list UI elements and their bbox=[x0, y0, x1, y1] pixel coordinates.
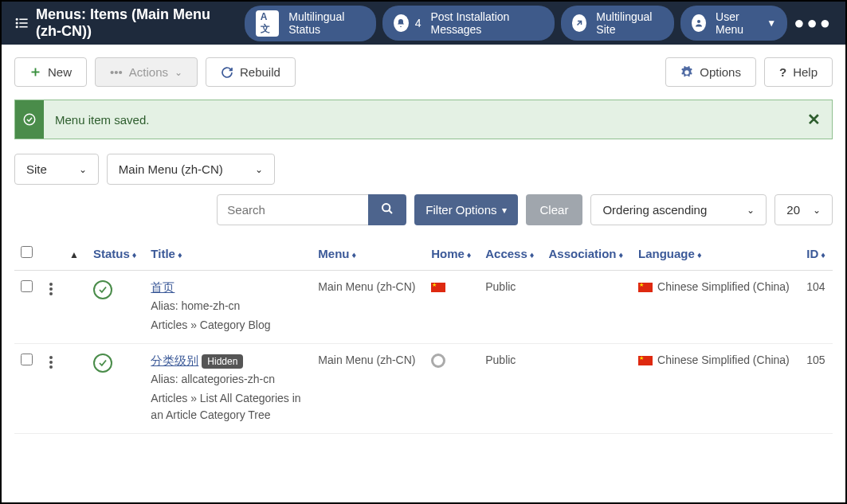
search-input[interactable] bbox=[217, 194, 376, 225]
rebuild-button[interactable]: Rebuild bbox=[206, 57, 296, 87]
post-install-messages-button[interactable]: 4 Post Installation Messages bbox=[382, 6, 555, 41]
row-actions-button[interactable] bbox=[45, 354, 57, 369]
search-button[interactable] bbox=[368, 194, 406, 225]
sort-icon: ♦ bbox=[352, 250, 357, 260]
item-title-link[interactable]: 分类级别 bbox=[151, 354, 198, 367]
svg-point-6 bbox=[697, 20, 700, 23]
dots-icon: ••• bbox=[110, 65, 123, 79]
status-published-icon[interactable] bbox=[93, 354, 112, 373]
item-id: 104 bbox=[800, 271, 833, 344]
hidden-badge: Hidden bbox=[202, 354, 243, 369]
col-id[interactable]: ID♦ bbox=[800, 236, 833, 271]
multilingual-site-label: Multilingual Site bbox=[593, 10, 663, 36]
sort-icon: ♦ bbox=[697, 250, 702, 260]
svg-point-3 bbox=[16, 18, 18, 20]
chevron-down-icon: ⌄ bbox=[813, 205, 821, 216]
flag-cn-icon[interactable] bbox=[431, 283, 445, 292]
translate-icon: A文 bbox=[256, 10, 279, 37]
caret-down-icon: ▾ bbox=[502, 205, 507, 216]
help-button[interactable]: ? Help bbox=[764, 57, 833, 87]
multilingual-status-label: Multilingual Status bbox=[285, 10, 365, 36]
svg-point-9 bbox=[24, 114, 35, 125]
header-bar: Menus: Items (Main Menu (zh-CN)) A文 Mult… bbox=[2, 2, 845, 45]
limit-value: 20 bbox=[786, 203, 800, 217]
item-association bbox=[542, 271, 632, 344]
col-access[interactable]: Access♦ bbox=[479, 236, 542, 271]
sort-order-icon[interactable]: ▲ bbox=[69, 249, 79, 260]
sort-icon: ♦ bbox=[618, 250, 623, 260]
table-row: 首页Alias: home-zh-cnArticles » Category B… bbox=[14, 271, 833, 344]
new-button[interactable]: New bbox=[14, 57, 87, 87]
item-path: Articles » Category Blog bbox=[151, 317, 305, 334]
sort-icon: ♦ bbox=[178, 250, 182, 260]
actions-label: Actions bbox=[129, 65, 168, 79]
table-row: 分类级别HiddenAlias: allcategories-zh-cnArti… bbox=[14, 344, 833, 434]
sort-icon: ♦ bbox=[821, 250, 825, 260]
ordering-value: Ordering ascending bbox=[602, 203, 707, 217]
col-language[interactable]: Language♦ bbox=[632, 236, 800, 271]
col-title[interactable]: Title♦ bbox=[144, 236, 312, 271]
chevron-down-icon: ⌄ bbox=[174, 67, 182, 78]
chevron-down-icon: ⌄ bbox=[79, 164, 87, 175]
action-toolbar: New ••• Actions ⌄ Rebuild Options ? Help bbox=[2, 45, 845, 100]
svg-point-5 bbox=[16, 26, 18, 28]
chevron-down-icon: ⌄ bbox=[255, 164, 263, 175]
select-all-checkbox[interactable] bbox=[21, 246, 33, 258]
item-menu: Main Menu (zh-CN) bbox=[312, 271, 425, 344]
success-alert: Menu item saved. ✕ bbox=[14, 100, 833, 139]
new-label: New bbox=[48, 65, 72, 79]
filter-row: Site ⌄ Main Menu (zh-CN) ⌄ bbox=[14, 154, 833, 185]
multilingual-site-button[interactable]: Multilingual Site bbox=[561, 6, 674, 41]
sort-icon: ♦ bbox=[467, 250, 472, 260]
col-menu[interactable]: Menu♦ bbox=[312, 236, 425, 271]
bell-icon bbox=[394, 14, 409, 32]
item-id: 105 bbox=[800, 344, 833, 434]
check-circle-icon bbox=[15, 100, 44, 139]
more-menu-button[interactable]: ●●● bbox=[794, 13, 833, 33]
alert-close-button[interactable]: ✕ bbox=[796, 110, 832, 129]
item-association bbox=[542, 344, 632, 434]
item-language: Chinese Simplified (China) bbox=[632, 344, 800, 434]
row-actions-button[interactable] bbox=[45, 280, 57, 296]
menu-select[interactable]: Main Menu (zh-CN) ⌄ bbox=[107, 154, 275, 185]
menu-select-value: Main Menu (zh-CN) bbox=[119, 162, 223, 176]
col-association[interactable]: Association♦ bbox=[542, 236, 632, 271]
ordering-select[interactable]: Ordering ascending ⌄ bbox=[590, 194, 767, 225]
filter-options-label: Filter Options bbox=[425, 203, 496, 217]
rebuild-label: Rebuild bbox=[240, 65, 280, 79]
col-home[interactable]: Home♦ bbox=[425, 236, 479, 271]
limit-select[interactable]: 20 ⌄ bbox=[774, 194, 833, 225]
help-label: Help bbox=[793, 65, 818, 79]
row-checkbox[interactable] bbox=[21, 280, 33, 292]
actions-button[interactable]: ••• Actions ⌄ bbox=[95, 57, 198, 87]
home-toggle[interactable] bbox=[431, 354, 445, 368]
search-filter-row: Filter Options ▾ Clear Ordering ascendin… bbox=[14, 194, 833, 225]
item-title-link[interactable]: 首页 bbox=[151, 280, 174, 294]
post-install-count: 4 bbox=[415, 17, 422, 29]
user-menu-label: User Menu bbox=[712, 10, 760, 36]
gear-icon bbox=[680, 66, 693, 79]
content-area: Menu item saved. ✕ Site ⌄ Main Menu (zh-… bbox=[2, 100, 845, 447]
menu-list-icon bbox=[14, 14, 29, 32]
col-status[interactable]: Status♦ bbox=[87, 236, 144, 271]
row-checkbox[interactable] bbox=[21, 354, 33, 365]
alert-message: Menu item saved. bbox=[44, 113, 796, 127]
multilingual-status-button[interactable]: A文 Multilingual Status bbox=[245, 6, 376, 41]
options-button[interactable]: Options bbox=[665, 57, 756, 87]
search-icon bbox=[381, 202, 394, 215]
filter-options-button[interactable]: Filter Options ▾ bbox=[414, 194, 517, 225]
page-title: Menus: Items (Main Menu (zh-CN)) bbox=[14, 6, 238, 40]
status-published-icon[interactable] bbox=[93, 280, 112, 299]
item-alias: Alias: allcategories-zh-cn bbox=[151, 371, 305, 388]
svg-line-11 bbox=[389, 210, 392, 213]
svg-point-10 bbox=[382, 204, 390, 211]
item-language: Chinese Simplified (China) bbox=[632, 271, 800, 344]
clear-button[interactable]: Clear bbox=[526, 194, 583, 225]
post-install-label: Post Installation Messages bbox=[428, 10, 543, 36]
client-select[interactable]: Site ⌄ bbox=[14, 154, 99, 185]
question-icon: ? bbox=[779, 65, 786, 79]
items-table: ▲ Status♦ Title♦ Menu♦ Home♦ Access♦ Ass… bbox=[14, 236, 833, 434]
item-alias: Alias: home-zh-cn bbox=[151, 298, 305, 315]
flag-cn-icon bbox=[638, 283, 653, 292]
user-menu-button[interactable]: User Menu ▼ bbox=[680, 6, 787, 41]
